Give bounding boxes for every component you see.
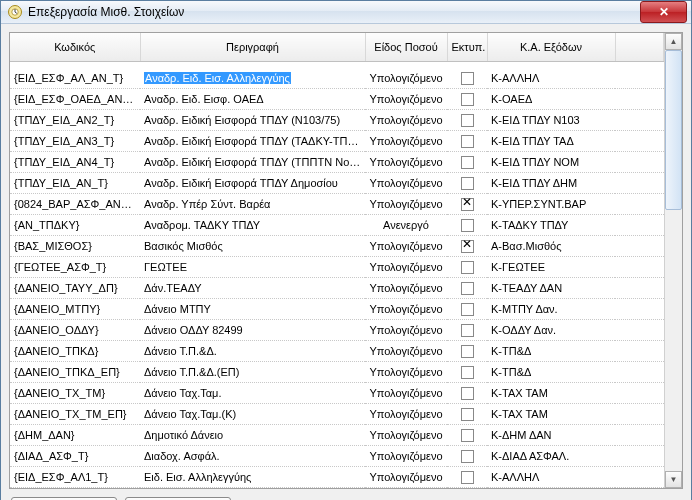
cell-ka[interactable]: Κ-ΤΠ&Δ xyxy=(487,341,615,362)
cell-kodikos[interactable]: {ΔΑΝΕΙΟ_ΤΑΥΥ_ΔΠ} xyxy=(10,278,140,299)
cell-ektyp[interactable] xyxy=(447,68,487,89)
table-row[interactable]: {ΔΑΝΕΙΟ_ΟΔΔΥ}Δάνειο ΟΔΔΥ 82499Υπολογιζόμ… xyxy=(10,320,664,341)
cell-eidos[interactable]: Υπολογιζόμενο xyxy=(365,110,447,131)
cell-perigrafi[interactable]: Διαδοχ. Ασφάλ. xyxy=(140,446,365,467)
print-checkbox[interactable] xyxy=(461,408,474,421)
table-row[interactable]: {ΔΑΝΕΙΟ_ΤΑΥΥ_ΔΠ}Δάν.ΤΕΑΔΥΥπολογιζόμενοΚ-… xyxy=(10,278,664,299)
cell-ektyp[interactable] xyxy=(447,89,487,110)
cell-ka[interactable]: Κ-ΕΙΔ ΤΠΔΥ Ν103 xyxy=(487,110,615,131)
col-eidos[interactable]: Είδος Ποσού xyxy=(365,33,447,62)
table-row[interactable]: {ΕΙΔ_ΕΣΦ_ΑΛ1_Τ}Ειδ. Εισ. ΑλληλεγγύηςΥπολ… xyxy=(10,467,664,488)
cell-perigrafi[interactable]: Δάνειο Τ.Π.&Δ. xyxy=(140,341,365,362)
cell-perigrafi[interactable]: Δάνειο ΟΔΔΥ 82499 xyxy=(140,320,365,341)
table-row[interactable]: {ΓΕΩΤΕΕ_ΑΣΦ_Τ}ΓΕΩΤΕΕΥπολογιζόμενοΚ-ΓΕΩΤΕ… xyxy=(10,257,664,278)
cell-eidos[interactable]: Υπολογιζόμενο xyxy=(365,362,447,383)
print-checkbox[interactable] xyxy=(461,324,474,337)
table-row[interactable]: {ΔΑΝΕΙΟ_ΜΤΠΥ}Δάνειο ΜΤΠΥΥπολογιζόμενοΚ-Μ… xyxy=(10,299,664,320)
col-ektyp[interactable]: Εκτυπ. xyxy=(447,33,487,62)
table-row[interactable]: {ΒΑΣ_ΜΙΣΘΟΣ}Βασικός ΜισθόςΥπολογιζόμενοΑ… xyxy=(10,236,664,257)
cell-ka[interactable]: Α-Βασ.Μισθός xyxy=(487,236,615,257)
cell-ektyp[interactable] xyxy=(447,467,487,488)
table-row[interactable]: {ΤΠΔΥ_ΕΙΔ_ΑΝ3_Τ}Αναδρ. Ειδική Εισφορά ΤΠ… xyxy=(10,131,664,152)
print-checkbox[interactable] xyxy=(461,282,474,295)
cell-kodikos[interactable]: {ΔΑΝΕΙΟ_ΤΧ_ΤΜ} xyxy=(10,383,140,404)
cell-kodikos[interactable]: {ΔΑΝΕΙΟ_ΤΠΚΔ_ΕΠ} xyxy=(10,362,140,383)
cell-ektyp[interactable] xyxy=(447,362,487,383)
cell-ektyp[interactable] xyxy=(447,383,487,404)
cell-ektyp[interactable] xyxy=(447,341,487,362)
cell-ektyp[interactable] xyxy=(447,299,487,320)
cell-ka[interactable]: Κ-ΔΙΑΔ ΑΣΦΑΛ. xyxy=(487,446,615,467)
cell-kodikos[interactable]: {ΤΠΔΥ_ΕΙΔ_ΑΝ4_Τ} xyxy=(10,152,140,173)
cell-eidos[interactable]: Ανενεργό xyxy=(365,215,447,236)
cell-kodikos[interactable]: {ΑΝ_ΤΠΔΚΥ} xyxy=(10,215,140,236)
cell-ka[interactable]: Κ-ΜΤΠΥ Δαν. xyxy=(487,299,615,320)
cell-ka[interactable]: Κ-ΕΙΔ ΤΠΔΥ ΤΑΔ xyxy=(487,131,615,152)
cell-kodikos[interactable]: {ΔΑΝΕΙΟ_ΤΠΚΔ} xyxy=(10,341,140,362)
cell-ektyp[interactable] xyxy=(447,257,487,278)
print-checkbox[interactable] xyxy=(461,72,474,85)
table-row[interactable]: {ΔΑΝΕΙΟ_ΤΧ_ΤΜ_ΕΠ}Δάνειο Ταχ.Ταμ.(Κ)Υπολο… xyxy=(10,404,664,425)
cell-kodikos[interactable]: {ΔΑΝΕΙΟ_ΟΔΔΥ} xyxy=(10,320,140,341)
cell-perigrafi[interactable]: Δημοτικό Δάνειο xyxy=(140,425,365,446)
cell-eidos[interactable]: Υπολογιζόμενο xyxy=(365,446,447,467)
cell-perigrafi[interactable]: Δάν.ΤΕΑΔΥ xyxy=(140,278,365,299)
close-button[interactable]: ✕ xyxy=(640,1,687,23)
cell-kodikos[interactable]: {ΕΙΔ_ΕΣΦ_ΑΛ1_Τ} xyxy=(10,467,140,488)
cell-ka[interactable]: Κ-ΕΙΔ ΤΠΔΥ ΔΗΜ xyxy=(487,173,615,194)
cell-ka[interactable]: Κ-ΟΑΕΔ xyxy=(487,89,615,110)
cell-kodikos[interactable]: {ΤΠΔΥ_ΕΙΔ_ΑΝ_Τ} xyxy=(10,173,140,194)
cell-eidos[interactable]: Υπολογιζόμενο xyxy=(365,68,447,89)
cell-ektyp[interactable] xyxy=(447,215,487,236)
print-checkbox[interactable] xyxy=(461,135,474,148)
cell-perigrafi[interactable]: Αναδρ. Ειδική Εισφορά ΤΠΔΥ (Ν103/75) xyxy=(140,110,365,131)
table-row[interactable]: {ΤΠΔΥ_ΕΙΔ_ΑΝ_Τ}Αναδρ. Ειδική Εισφορά ΤΠΔ… xyxy=(10,173,664,194)
table-row[interactable]: {ΔΑΝΕΙΟ_ΤΧ_ΤΜ}Δάνειο Ταχ.Ταμ.Υπολογιζόμε… xyxy=(10,383,664,404)
cell-ektyp[interactable] xyxy=(447,152,487,173)
print-checkbox[interactable] xyxy=(461,303,474,316)
print-checkbox[interactable] xyxy=(461,366,474,379)
cell-perigrafi[interactable]: Αναδρ. Ειδική Εισφορά ΤΠΔΥ (ΤΠΠΤΝ Νομικώ… xyxy=(140,152,365,173)
cell-ektyp[interactable] xyxy=(447,320,487,341)
print-checkbox[interactable] xyxy=(461,114,474,127)
cell-eidos[interactable]: Υπολογιζόμενο xyxy=(365,299,447,320)
cell-perigrafi[interactable]: Δάνειο Ταχ.Ταμ. xyxy=(140,383,365,404)
cell-kodikos[interactable]: {ΒΑΣ_ΜΙΣΘΟΣ} xyxy=(10,236,140,257)
print-checkbox[interactable] xyxy=(461,240,474,253)
cell-perigrafi[interactable]: Αναδρομ. ΤΑΔΚΥ ΤΠΔΥ xyxy=(140,215,365,236)
cell-perigrafi[interactable]: Αναδρ. Ειδική Εισφορά ΤΠΔΥ Δημοσίου xyxy=(140,173,365,194)
cell-eidos[interactable]: Υπολογιζόμενο xyxy=(365,320,447,341)
table-row[interactable]: {ΤΠΔΥ_ΕΙΔ_ΑΝ4_Τ}Αναδρ. Ειδική Εισφορά ΤΠ… xyxy=(10,152,664,173)
cell-kodikos[interactable]: {ΔΑΝΕΙΟ_ΤΧ_ΤΜ_ΕΠ} xyxy=(10,404,140,425)
cell-ektyp[interactable] xyxy=(447,236,487,257)
scroll-up-button[interactable]: ▲ xyxy=(665,33,682,50)
cell-kodikos[interactable]: {ΔΑΝΕΙΟ_ΜΤΠΥ} xyxy=(10,299,140,320)
cell-ka[interactable]: Κ-ΕΙΔ ΤΠΔΥ ΝΟΜ xyxy=(487,152,615,173)
cell-ektyp[interactable] xyxy=(447,173,487,194)
cell-perigrafi[interactable]: ΓΕΩΤΕΕ xyxy=(140,257,365,278)
cell-perigrafi[interactable]: Αναδρ. Ειδική Εισφορά ΤΠΔΥ (ΤΑΔΚΥ-ΤΠΔΥ) xyxy=(140,131,365,152)
col-perigrafi[interactable]: Περιγραφή xyxy=(140,33,365,62)
print-checkbox[interactable] xyxy=(461,93,474,106)
print-checkbox[interactable] xyxy=(461,261,474,274)
data-grid[interactable]: Κωδικός Περιγραφή Είδος Ποσού Εκτυπ. Κ.Α… xyxy=(10,33,664,488)
cell-eidos[interactable]: Υπολογιζόμενο xyxy=(365,152,447,173)
cell-ektyp[interactable] xyxy=(447,404,487,425)
table-row[interactable]: {ΔΑΝΕΙΟ_ΤΠΚΔ_ΕΠ}Δάνειο Τ.Π.&Δ.(ΕΠ)Υπολογ… xyxy=(10,362,664,383)
table-row[interactable]: {ΑΝ_ΤΠΔΚΥ}Αναδρομ. ΤΑΔΚΥ ΤΠΔΥΑνενεργόΚ-Τ… xyxy=(10,215,664,236)
print-checkbox[interactable] xyxy=(461,345,474,358)
table-row[interactable]: {ΕΙΔ_ΕΣΦ_ΑΛ_ΑΝ_Τ}Αναδρ. Ειδ. Εισ. Αλληλε… xyxy=(10,68,664,89)
cell-perigrafi[interactable]: Αναδρ. Ειδ. Εισφ. ΟΑΕΔ xyxy=(140,89,365,110)
print-checkbox[interactable] xyxy=(461,156,474,169)
cell-perigrafi[interactable]: Βασικός Μισθός xyxy=(140,236,365,257)
cell-eidos[interactable]: Υπολογιζόμενο xyxy=(365,278,447,299)
cell-kodikos[interactable]: {ΕΙΔ_ΕΣΦ_ΟΑΕΔ_ΑΝ_Τ} xyxy=(10,89,140,110)
print-checkbox[interactable] xyxy=(461,177,474,190)
table-row[interactable]: {ΔΑΝΕΙΟ_ΤΠΚΔ}Δάνειο Τ.Π.&Δ.Υπολογιζόμενο… xyxy=(10,341,664,362)
cell-ka[interactable]: Κ-ΤΑΧ ΤΑΜ xyxy=(487,404,615,425)
cell-ka[interactable]: Κ-ΟΔΔΥ Δαν. xyxy=(487,320,615,341)
cell-eidos[interactable]: Υπολογιζόμενο xyxy=(365,89,447,110)
cell-ka[interactable]: Κ-ΓΕΩΤΕΕ xyxy=(487,257,615,278)
cell-eidos[interactable]: Υπολογιζόμενο xyxy=(365,404,447,425)
cell-eidos[interactable]: Υπολογιζόμενο xyxy=(365,131,447,152)
